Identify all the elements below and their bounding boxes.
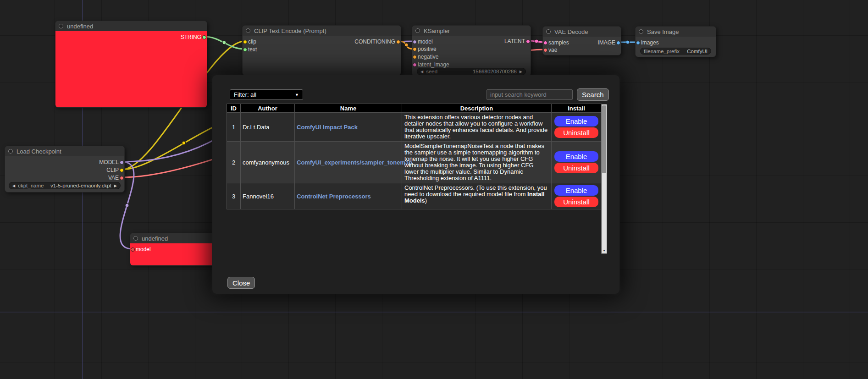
search-button[interactable]: Search — [577, 88, 609, 101]
close-button[interactable]: Close — [227, 277, 255, 289]
table-row: 2 comfyanonymous ComfyUI_experiments/sam… — [227, 142, 602, 183]
node-header[interactable]: CLIP Text Encode (Prompt) — [243, 26, 401, 36]
cell-install: Enable Uninstall — [552, 183, 602, 209]
col-header-description: Description — [402, 104, 552, 113]
node-title: CLIP Text Encode (Prompt) — [254, 27, 326, 34]
collapse-dot-icon[interactable] — [246, 28, 250, 33]
link-midpoint-dot[interactable] — [626, 40, 630, 44]
uninstall-button[interactable]: Uninstall — [554, 197, 598, 207]
uninstall-button[interactable]: Uninstall — [554, 127, 598, 138]
cell-name: ComfyUI_experiments/sampler_tonemap — [295, 142, 402, 183]
node-title: KSampler — [424, 27, 450, 34]
input-slot-label: positive — [418, 46, 437, 52]
image-slot-dot[interactable] — [616, 41, 620, 45]
output-slot-label: VAE — [108, 175, 119, 181]
link-midpoint-dot[interactable] — [222, 41, 226, 44]
node-save-image[interactable]: Save Image images filename_prefix ComfyU… — [635, 26, 716, 57]
node-header[interactable]: undefined — [55, 21, 207, 31]
node-vae-decode[interactable]: VAE Decode samples vae IMAGE — [542, 26, 621, 55]
table-header-row: ID Author Name Description Install — [227, 104, 602, 113]
extension-manager-dialog: Filter: all ▼ Search ID Author Name Desc… — [212, 75, 620, 294]
collapse-dot-icon[interactable] — [59, 24, 63, 28]
uninstall-button[interactable]: Uninstall — [554, 163, 598, 173]
node-undefined-top[interactable]: undefined STRING — [55, 21, 207, 108]
extension-list: ID Author Name Description Install 1 Dr.… — [227, 104, 601, 209]
model-slot-dot[interactable] — [120, 160, 124, 165]
extension-link[interactable]: ComfyUI_experiments/sampler_tonemap — [297, 159, 412, 166]
node-undefined-bottom[interactable]: undefined model — [130, 233, 216, 266]
seed-widget[interactable]: ◀ seed 156680208700286 ▶ — [417, 68, 526, 75]
collapse-dot-icon[interactable] — [639, 29, 643, 34]
extension-link[interactable]: ControlNet Preprocessors — [297, 193, 371, 200]
ckpt-name-widget[interactable]: ◀ ckpt_name v1-5-pruned-emaonly.ckpt ▶ — [9, 182, 121, 189]
node-header[interactable]: KSampler — [412, 26, 531, 36]
enable-button[interactable]: Enable — [554, 185, 598, 196]
node-header[interactable]: VAE Decode — [543, 27, 621, 37]
cell-description: ModelSamplerTonemapNoiseTest a node that… — [402, 142, 552, 183]
enable-button[interactable]: Enable — [554, 151, 598, 162]
col-header-install: Install — [552, 104, 602, 113]
node-header[interactable]: undefined — [130, 233, 215, 243]
filename-prefix-widget[interactable]: filename_prefix ComfyUI — [640, 48, 711, 55]
images-slot-dot[interactable] — [636, 41, 640, 45]
cell-name: ComfyUI Impact Pack — [295, 113, 402, 142]
node-ksampler[interactable]: KSampler model positive negative latent_… — [412, 25, 531, 77]
extension-table: ID Author Name Description Install 1 Dr.… — [227, 104, 602, 209]
node-title: Load Checkpoint — [17, 148, 61, 155]
widget-label: seed — [426, 69, 437, 74]
cell-description: ControlNet Preprocessors. (To use this e… — [402, 183, 552, 209]
clip-slot-dot[interactable] — [243, 40, 247, 44]
collapse-dot-icon[interactable] — [546, 29, 551, 34]
node-header[interactable]: Load Checkpoint — [5, 146, 124, 156]
filter-select[interactable]: Filter: all ▼ — [230, 89, 303, 100]
collapse-dot-icon[interactable] — [8, 149, 13, 154]
input-slot-label: latent_image — [418, 61, 449, 68]
search-input[interactable] — [487, 89, 573, 100]
col-header-id: ID — [227, 104, 241, 113]
input-slot-label: text — [248, 46, 257, 53]
negative-slot-dot[interactable] — [413, 55, 417, 59]
wire-string-to-text — [205, 37, 244, 49]
link-midpoint-dot[interactable] — [182, 141, 186, 145]
scrollbar-down-button[interactable]: ▼ — [602, 247, 607, 253]
conditioning-slot-dot[interactable] — [396, 40, 400, 44]
node-title: undefined — [142, 235, 168, 242]
latent-slot-dot[interactable] — [526, 39, 530, 44]
string-slot-dot[interactable] — [202, 35, 206, 39]
enable-button[interactable]: Enable — [554, 116, 598, 126]
filter-select-value: Filter: all — [234, 91, 256, 98]
widget-label: ckpt_name — [18, 183, 44, 188]
widget-label: filename_prefix — [644, 49, 680, 54]
scrollbar[interactable]: ▼ — [601, 104, 607, 254]
link-midpoint-dot[interactable] — [125, 203, 129, 207]
increment-arrow-icon[interactable]: ▶ — [520, 70, 522, 74]
link-midpoint-dot[interactable] — [404, 43, 408, 47]
vae-slot-dot[interactable] — [543, 48, 547, 52]
collapse-dot-icon[interactable] — [133, 236, 138, 241]
text-slot-dot[interactable] — [243, 48, 247, 52]
cell-author: Fannovel16 — [241, 183, 295, 209]
link-midpoint-dot[interactable] — [535, 39, 538, 43]
input-slot-label: images — [641, 39, 659, 46]
increment-arrow-icon[interactable]: ▶ — [114, 184, 117, 188]
node-title: VAE Decode — [554, 28, 588, 35]
extension-link[interactable]: ComfyUI Impact Pack — [297, 124, 358, 131]
scrollbar-thumb[interactable] — [602, 105, 606, 173]
vae-slot-dot[interactable] — [120, 176, 124, 180]
collapse-dot-icon[interactable] — [415, 28, 420, 33]
node-clip-text-encode[interactable]: CLIP Text Encode (Prompt) clip text COND… — [242, 25, 401, 76]
output-slot-label: IMAGE — [597, 39, 615, 46]
node-load-checkpoint[interactable]: Load Checkpoint MODEL CLIP VAE ◀ ckpt_na… — [5, 146, 125, 192]
decrement-arrow-icon[interactable]: ◀ — [12, 184, 15, 188]
error-node-body — [55, 31, 207, 107]
decrement-arrow-icon[interactable]: ◀ — [420, 70, 423, 74]
model-slot-dot[interactable] — [413, 40, 417, 44]
positive-slot-dot[interactable] — [413, 47, 417, 51]
samples-slot-dot[interactable] — [543, 41, 547, 45]
model-slot-dot[interactable] — [131, 247, 135, 252]
clip-slot-dot[interactable] — [120, 168, 124, 172]
latent-image-slot-dot[interactable] — [413, 63, 417, 67]
output-slot-label: CONDITIONING — [354, 38, 395, 45]
cell-id: 2 — [227, 142, 241, 183]
node-header[interactable]: Save Image — [636, 27, 716, 37]
